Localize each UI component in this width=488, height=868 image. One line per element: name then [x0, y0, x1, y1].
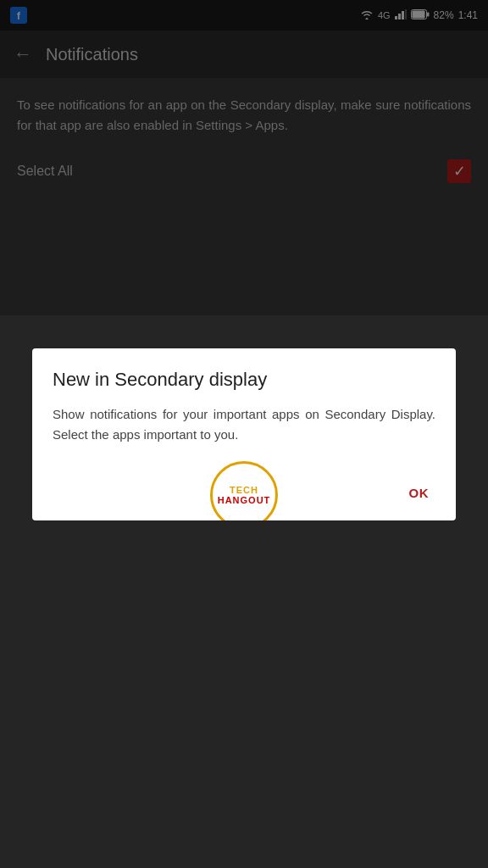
dialog: New in Secondary display Show notificati…: [32, 348, 456, 520]
dialog-body: Show notifications for your important ap…: [53, 404, 435, 445]
watermark: TECH HANGOUT: [210, 461, 278, 520]
watermark-tech: TECH: [230, 485, 258, 495]
ok-button[interactable]: OK: [402, 479, 436, 507]
dialog-title: New in Secondary display: [53, 369, 435, 391]
overlay: New in Secondary display Show notificati…: [0, 0, 488, 868]
watermark-hangout: HANGOUT: [218, 495, 271, 505]
watermark-circle: TECH HANGOUT: [210, 461, 278, 520]
watermark-text: TECH HANGOUT: [218, 485, 271, 505]
